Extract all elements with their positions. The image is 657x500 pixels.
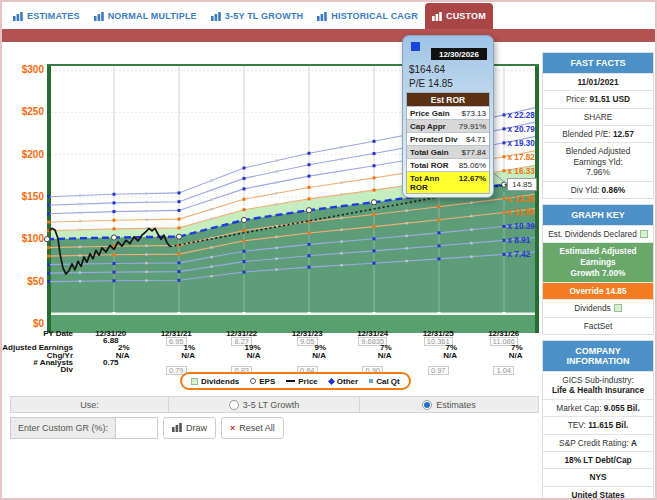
fy-cell [471, 359, 537, 366]
fast-facts-row: 11/01/2021 [543, 73, 653, 90]
custom-gr-label: Enter Custom GR (%): [10, 417, 116, 439]
fy-cell: 9% [275, 344, 341, 351]
fy-cell [275, 359, 341, 366]
fy-cell: 7% [471, 344, 537, 351]
tab-custom[interactable]: CUSTOM [425, 3, 493, 29]
calqt-dot-icon [369, 379, 373, 383]
tooltip-row-label: Price Gain [410, 109, 450, 118]
tab-normal-multiple[interactable]: NORMAL MULTIPLE [87, 3, 204, 29]
fy-row-label: FY Date [2, 330, 78, 337]
price-dash-icon [286, 380, 295, 382]
graph-key-row: Dividends [543, 299, 653, 316]
fy-table-row: 6.886.958.279.059.683510.36111.086 [2, 337, 539, 344]
tooltip-row-value: 85.06% [459, 161, 486, 170]
legend-item-other[interactable]: Other [329, 377, 358, 386]
tooltip-price: $164.64 [406, 62, 490, 76]
tooltip-row-cap-appr: Cap Appr79.91% [407, 119, 489, 132]
tooltip-row-value: 12.67% [459, 174, 486, 192]
svg-text:x 11.88: x 11.88 [508, 208, 535, 217]
tooltip-est-ror-table: Est ROR Price Gain$73.13Cap Appr79.91%Pr… [406, 92, 490, 194]
graph-key-green-block: Estimated Adjusted EarningsGrowth 7.00% [543, 242, 653, 281]
tab-label: NORMAL MULTIPLE [108, 11, 197, 21]
svg-text:x 19.30: x 19.30 [508, 139, 536, 148]
fy-row-label: Div [2, 366, 78, 375]
chart-tooltip: 12/30/2026 $164.64 P/E 14.85 Est ROR Pri… [402, 35, 494, 198]
fy-cell: 0.97 [406, 366, 472, 375]
legend-item-eps[interactable]: EPS [250, 377, 275, 386]
tooltip-table-header: Est ROR [407, 93, 489, 106]
radio-icon[interactable] [229, 400, 239, 410]
reset-all-button[interactable]: × Reset All [221, 417, 284, 439]
fy-cell: 1.04 [471, 366, 537, 375]
custom-growth-row: Enter Custom GR (%): Draw × Reset All [10, 417, 284, 439]
tab-3-5y-tl-growth[interactable]: 3-5Y TL GROWTH [204, 3, 310, 29]
x-icon: × [230, 423, 235, 433]
legend-item-price[interactable]: Price [286, 377, 318, 386]
chart-bars-icon [211, 12, 221, 21]
fast-facts-row: SHARE [543, 108, 653, 125]
fy-cell: 7% [340, 344, 406, 351]
company-info-row: GICS Sub-industry:Life & Health Insuranc… [543, 371, 653, 399]
fy-cell: 12/31/25 [406, 330, 472, 337]
tooltip-row-label: Tot Ann ROR [410, 174, 459, 192]
svg-text:x 8.91: x 8.91 [508, 236, 531, 245]
company-info-row: S&P Credit Rating: A [543, 434, 653, 451]
legend-item-dividends[interactable]: Dividends [191, 377, 239, 386]
override-multiple-box: 14.85 [507, 178, 537, 191]
legend-label: Dividends [201, 377, 239, 386]
chart-legend: DividendsEPSPriceOtherCal Qt [180, 372, 411, 390]
fy-cell: 7% [406, 344, 472, 351]
draw-button[interactable]: Draw [163, 417, 216, 439]
fy-cell: 12/31/24 [340, 330, 406, 337]
tab-label: CUSTOM [446, 11, 486, 21]
draw-button-label: Draw [186, 423, 207, 433]
legend-label: Price [298, 377, 318, 386]
use-label-cell: Use: [10, 396, 169, 413]
use-selector-bar: Use:3-5 LT GrowthEstimates [10, 396, 539, 413]
series-swatch-icon [411, 42, 420, 51]
fast-facts-row: Price: 91.51 USD [543, 90, 653, 107]
tab-label: ESTIMATES [27, 11, 80, 21]
fy-cell: N/A [144, 352, 210, 359]
tab-estimates[interactable]: ESTIMATES [6, 3, 87, 29]
svg-text:x 10.39: x 10.39 [508, 222, 536, 231]
tooltip-row-label: Cap Appr [410, 122, 446, 131]
chart-bars-icon [432, 12, 442, 21]
fy-cell: 12/31/22 [209, 330, 275, 337]
tooltip-row-value: $77.84 [462, 148, 486, 157]
fy-cell: N/A [209, 352, 275, 359]
fy-table-row: Chg/YrN/AN/AN/AN/AN/AN/AN/A [2, 352, 539, 359]
fy-cell: 1% [144, 344, 210, 351]
use-option-label: 3-5 LT Growth [243, 400, 300, 410]
company-info-row: 18% LT Debt/Cap [543, 451, 653, 468]
fast-facts-row: Div Yld: 0.86% [543, 181, 653, 198]
tooltip-row-value: $73.13 [462, 109, 486, 118]
company-info-row: NYS [543, 468, 653, 485]
green-swatch-icon [640, 230, 648, 238]
fy-table-row: # Analysts0.75 [2, 359, 539, 366]
svg-text:x 17.82: x 17.82 [508, 153, 536, 162]
fy-cell: N/A [275, 352, 341, 359]
tooltip-table-rows: Price Gain$73.13Cap Appr79.91%Prorated D… [407, 106, 489, 193]
fy-cell [144, 359, 210, 366]
fy-table-row: Adjusted Earnings2%1%19%9%7%7%7% [2, 344, 539, 351]
fy-cell [340, 359, 406, 366]
custom-gr-input[interactable] [116, 417, 158, 439]
tab-label: 3-5Y TL GROWTH [225, 11, 303, 21]
tooltip-row-prorated-div: Prorated Div$4.71 [407, 132, 489, 145]
fy-cell: N/A [471, 352, 537, 359]
fy-cell: 12/31/21 [144, 330, 210, 337]
tab-historical-cagr[interactable]: HISTORICAL CAGR [310, 3, 425, 29]
legend-item-cal-qt[interactable]: Cal Qt [369, 377, 400, 386]
fast-facts-row: Blended P/E: 12.57 [543, 125, 653, 142]
active-tab-band [2, 29, 655, 42]
fiscal-year-table: FY Date12/31/2012/31/2112/31/2212/31/231… [2, 330, 539, 373]
use-option-3-5-lt-growth[interactable]: 3-5 LT Growth [169, 396, 360, 413]
use-option-estimates[interactable]: Estimates [360, 396, 539, 413]
tooltip-row-label: Total ROR [410, 161, 449, 170]
tab-label: HISTORICAL CAGR [331, 11, 418, 21]
fy-cell: 2% [78, 344, 144, 351]
radio-icon[interactable] [422, 400, 432, 410]
tooltip-row-price-gain: Price Gain$73.13 [407, 106, 489, 119]
graph-key-row: Est. Dividends Declared [543, 225, 653, 242]
